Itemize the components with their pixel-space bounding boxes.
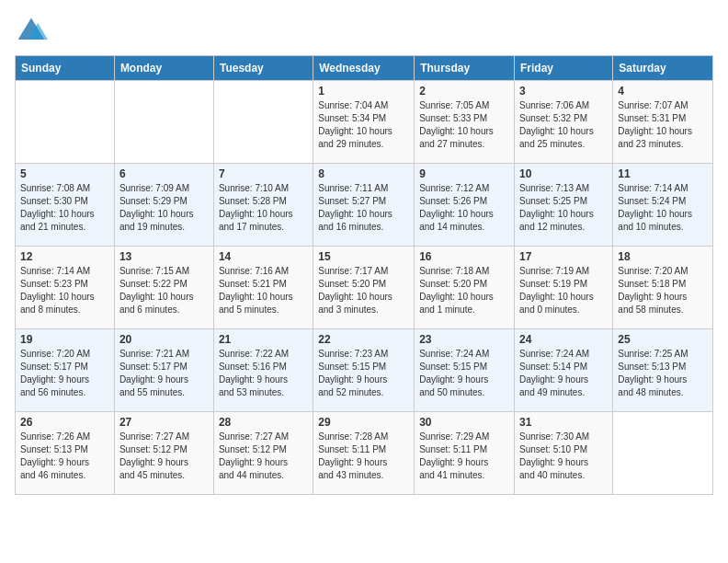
day-info: Sunrise: 7:16 AM Sunset: 5:21 PM Dayligh… <box>219 265 308 316</box>
day-number: 28 <box>219 416 308 429</box>
day-info: Sunrise: 7:22 AM Sunset: 5:16 PM Dayligh… <box>219 348 308 399</box>
column-header-tuesday: Tuesday <box>213 56 313 81</box>
calendar-header-row: SundayMondayTuesdayWednesdayThursdayFrid… <box>16 56 713 81</box>
calendar-cell: 13Sunrise: 7:15 AM Sunset: 5:22 PM Dayli… <box>114 247 213 329</box>
day-info: Sunrise: 7:04 AM Sunset: 5:34 PM Dayligh… <box>318 99 409 151</box>
day-number: 25 <box>618 333 708 346</box>
calendar-week-2: 5Sunrise: 7:08 AM Sunset: 5:30 PM Daylig… <box>16 164 713 247</box>
day-number: 9 <box>419 167 509 180</box>
day-number: 15 <box>318 250 409 263</box>
day-number: 2 <box>419 85 509 98</box>
calendar-cell: 27Sunrise: 7:27 AM Sunset: 5:12 PM Dayli… <box>114 412 213 495</box>
day-number: 26 <box>20 416 109 429</box>
day-number: 11 <box>618 167 708 180</box>
day-number: 19 <box>20 333 109 346</box>
day-number: 21 <box>219 333 308 346</box>
day-info: Sunrise: 7:09 AM Sunset: 5:29 PM Dayligh… <box>119 182 209 234</box>
day-number: 20 <box>119 333 209 346</box>
day-number: 29 <box>318 416 409 429</box>
column-header-saturday: Saturday <box>613 56 713 81</box>
day-number: 18 <box>618 250 708 263</box>
day-info: Sunrise: 7:14 AM Sunset: 5:24 PM Dayligh… <box>618 182 708 234</box>
day-info: Sunrise: 7:28 AM Sunset: 5:11 PM Dayligh… <box>318 431 409 482</box>
day-number: 23 <box>419 333 509 346</box>
day-number: 14 <box>219 250 308 263</box>
day-number: 1 <box>318 85 409 98</box>
calendar-week-5: 26Sunrise: 7:26 AM Sunset: 5:13 PM Dayli… <box>16 412 713 495</box>
calendar-cell: 8Sunrise: 7:11 AM Sunset: 5:27 PM Daylig… <box>313 164 415 247</box>
column-header-monday: Monday <box>114 56 213 81</box>
day-info: Sunrise: 7:10 AM Sunset: 5:28 PM Dayligh… <box>219 182 308 234</box>
day-info: Sunrise: 7:26 AM Sunset: 5:13 PM Dayligh… <box>20 431 109 482</box>
calendar-cell: 1Sunrise: 7:04 AM Sunset: 5:34 PM Daylig… <box>313 81 415 164</box>
calendar-cell: 29Sunrise: 7:28 AM Sunset: 5:11 PM Dayli… <box>313 412 415 495</box>
calendar-cell: 30Sunrise: 7:29 AM Sunset: 5:11 PM Dayli… <box>415 412 515 495</box>
calendar-cell: 28Sunrise: 7:27 AM Sunset: 5:12 PM Dayli… <box>213 412 313 495</box>
calendar-body: 1Sunrise: 7:04 AM Sunset: 5:34 PM Daylig… <box>16 81 713 495</box>
column-header-wednesday: Wednesday <box>313 56 415 81</box>
calendar-cell: 15Sunrise: 7:17 AM Sunset: 5:20 PM Dayli… <box>313 247 415 329</box>
day-info: Sunrise: 7:29 AM Sunset: 5:11 PM Dayligh… <box>419 431 509 482</box>
day-number: 22 <box>318 333 409 346</box>
page-header <box>15 15 713 48</box>
day-info: Sunrise: 7:20 AM Sunset: 5:17 PM Dayligh… <box>20 348 109 399</box>
calendar-cell: 26Sunrise: 7:26 AM Sunset: 5:13 PM Dayli… <box>16 412 115 495</box>
day-info: Sunrise: 7:24 AM Sunset: 5:14 PM Dayligh… <box>519 348 608 399</box>
day-number: 12 <box>20 250 109 263</box>
calendar-week-1: 1Sunrise: 7:04 AM Sunset: 5:34 PM Daylig… <box>16 81 713 164</box>
calendar-cell: 24Sunrise: 7:24 AM Sunset: 5:14 PM Dayli… <box>515 329 613 412</box>
day-number: 16 <box>419 250 509 263</box>
day-info: Sunrise: 7:25 AM Sunset: 5:13 PM Dayligh… <box>618 348 708 399</box>
calendar-week-3: 12Sunrise: 7:14 AM Sunset: 5:23 PM Dayli… <box>16 247 713 329</box>
calendar-cell: 22Sunrise: 7:23 AM Sunset: 5:15 PM Dayli… <box>313 329 415 412</box>
logo-icon <box>15 15 48 48</box>
calendar-cell <box>613 412 713 495</box>
day-info: Sunrise: 7:07 AM Sunset: 5:31 PM Dayligh… <box>618 99 708 151</box>
column-header-friday: Friday <box>515 56 613 81</box>
calendar-cell: 18Sunrise: 7:20 AM Sunset: 5:18 PM Dayli… <box>613 247 713 329</box>
calendar-cell: 21Sunrise: 7:22 AM Sunset: 5:16 PM Dayli… <box>213 329 313 412</box>
day-number: 4 <box>618 85 708 98</box>
day-info: Sunrise: 7:27 AM Sunset: 5:12 PM Dayligh… <box>119 431 209 482</box>
day-info: Sunrise: 7:11 AM Sunset: 5:27 PM Dayligh… <box>318 182 409 234</box>
day-number: 5 <box>20 167 109 180</box>
day-info: Sunrise: 7:23 AM Sunset: 5:15 PM Dayligh… <box>318 348 409 399</box>
calendar-cell: 6Sunrise: 7:09 AM Sunset: 5:29 PM Daylig… <box>114 164 213 247</box>
calendar-cell: 12Sunrise: 7:14 AM Sunset: 5:23 PM Dayli… <box>16 247 115 329</box>
day-number: 17 <box>519 250 608 263</box>
calendar-cell <box>16 81 115 164</box>
day-info: Sunrise: 7:24 AM Sunset: 5:15 PM Dayligh… <box>419 348 509 399</box>
calendar-cell: 17Sunrise: 7:19 AM Sunset: 5:19 PM Dayli… <box>515 247 613 329</box>
day-number: 8 <box>318 167 409 180</box>
calendar-cell: 10Sunrise: 7:13 AM Sunset: 5:25 PM Dayli… <box>515 164 613 247</box>
calendar-cell: 20Sunrise: 7:21 AM Sunset: 5:17 PM Dayli… <box>114 329 213 412</box>
day-number: 3 <box>519 85 608 98</box>
day-info: Sunrise: 7:21 AM Sunset: 5:17 PM Dayligh… <box>119 348 209 399</box>
calendar-cell: 9Sunrise: 7:12 AM Sunset: 5:26 PM Daylig… <box>415 164 515 247</box>
day-number: 13 <box>119 250 209 263</box>
day-info: Sunrise: 7:18 AM Sunset: 5:20 PM Dayligh… <box>419 265 509 316</box>
day-info: Sunrise: 7:17 AM Sunset: 5:20 PM Dayligh… <box>318 265 409 316</box>
calendar-cell <box>114 81 213 164</box>
calendar-cell: 14Sunrise: 7:16 AM Sunset: 5:21 PM Dayli… <box>213 247 313 329</box>
day-number: 10 <box>519 167 608 180</box>
calendar-cell: 3Sunrise: 7:06 AM Sunset: 5:32 PM Daylig… <box>515 81 613 164</box>
day-number: 24 <box>519 333 608 346</box>
day-info: Sunrise: 7:20 AM Sunset: 5:18 PM Dayligh… <box>618 265 708 316</box>
calendar-cell: 2Sunrise: 7:05 AM Sunset: 5:33 PM Daylig… <box>415 81 515 164</box>
day-info: Sunrise: 7:05 AM Sunset: 5:33 PM Dayligh… <box>419 99 509 151</box>
calendar-cell: 23Sunrise: 7:24 AM Sunset: 5:15 PM Dayli… <box>415 329 515 412</box>
calendar-cell: 5Sunrise: 7:08 AM Sunset: 5:30 PM Daylig… <box>16 164 115 247</box>
day-info: Sunrise: 7:30 AM Sunset: 5:10 PM Dayligh… <box>519 431 608 482</box>
calendar-table: SundayMondayTuesdayWednesdayThursdayFrid… <box>15 55 713 495</box>
column-header-sunday: Sunday <box>16 56 115 81</box>
day-info: Sunrise: 7:19 AM Sunset: 5:19 PM Dayligh… <box>519 265 608 316</box>
day-info: Sunrise: 7:27 AM Sunset: 5:12 PM Dayligh… <box>219 431 308 482</box>
calendar-cell <box>213 81 313 164</box>
calendar-cell: 16Sunrise: 7:18 AM Sunset: 5:20 PM Dayli… <box>415 247 515 329</box>
day-info: Sunrise: 7:12 AM Sunset: 5:26 PM Dayligh… <box>419 182 509 234</box>
calendar-cell: 11Sunrise: 7:14 AM Sunset: 5:24 PM Dayli… <box>613 164 713 247</box>
day-info: Sunrise: 7:15 AM Sunset: 5:22 PM Dayligh… <box>119 265 209 316</box>
logo <box>15 15 51 48</box>
day-number: 30 <box>419 416 509 429</box>
